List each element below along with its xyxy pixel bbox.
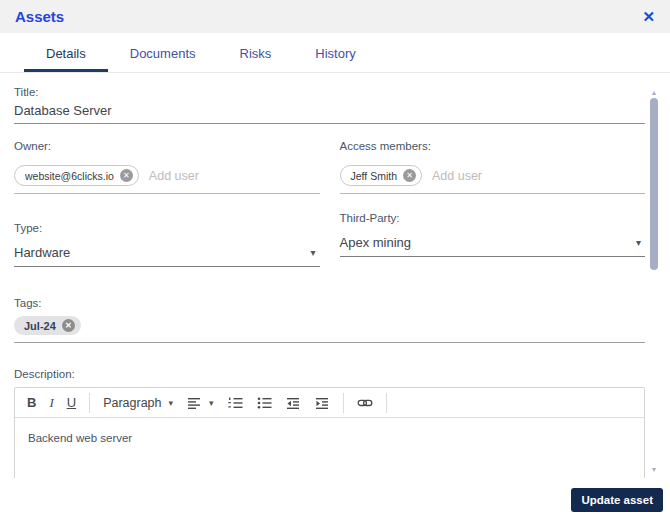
- scroll-down-icon[interactable]: ▼: [650, 466, 658, 473]
- tab-risks[interactable]: Risks: [218, 33, 294, 72]
- chevron-down-icon: ▾: [209, 398, 214, 408]
- toolbar-separator: [89, 393, 90, 413]
- vertical-scrollbar[interactable]: ▲ ▼: [650, 73, 658, 479]
- description-textarea[interactable]: Backend web server: [15, 418, 644, 458]
- underline-button[interactable]: U: [67, 396, 76, 409]
- description-group: Description: B I U Paragraph ▾: [14, 368, 645, 479]
- type-group: Type: Hardware ▾: [14, 222, 320, 267]
- title-field[interactable]: Title: Database Server: [14, 86, 645, 124]
- tags-group: Tags: Jul-24 ✕: [14, 297, 645, 343]
- owner-add-user-placeholder[interactable]: Add user: [149, 169, 199, 183]
- ordered-list-icon[interactable]: [227, 395, 243, 411]
- access-members-input[interactable]: Jeff Smith ✕ Add user: [340, 165, 646, 194]
- chevron-down-icon[interactable]: ▾: [310, 247, 315, 258]
- access-member-chip-remove-icon[interactable]: ✕: [403, 169, 416, 182]
- chevron-down-icon[interactable]: ▾: [636, 237, 641, 248]
- toolbar-separator: [343, 393, 344, 413]
- owner-label: Owner:: [14, 140, 320, 152]
- paragraph-format-label: Paragraph: [103, 396, 161, 410]
- editor-toolbar: B I U Paragraph ▾: [15, 388, 644, 418]
- tag-chip-remove-icon[interactable]: ✕: [62, 319, 75, 332]
- owner-chip[interactable]: website@6clicks.io ✕: [14, 165, 139, 186]
- access-member-chip[interactable]: Jeff Smith ✕: [340, 165, 423, 186]
- tag-chip-label: Jul-24: [24, 320, 56, 332]
- align-left-icon: [186, 395, 202, 411]
- modal-footer: Update asset: [0, 478, 670, 531]
- access-members-label: Access members:: [340, 140, 646, 152]
- tags-label: Tags:: [14, 297, 645, 309]
- access-members-add-user-placeholder[interactable]: Add user: [432, 169, 482, 183]
- indent-icon[interactable]: [314, 395, 330, 411]
- update-asset-button[interactable]: Update asset: [571, 488, 663, 512]
- form-scroll-area: Title: Database Server Owner: website@6c…: [0, 73, 670, 479]
- third-party-label: Third-Party:: [340, 212, 646, 224]
- type-selected-value: Hardware: [14, 245, 70, 260]
- toolbar-separator: [386, 393, 387, 413]
- tags-input[interactable]: Jul-24 ✕: [14, 316, 645, 343]
- owner-chip-label: website@6clicks.io: [25, 170, 114, 182]
- scrollbar-thumb[interactable]: [650, 98, 658, 270]
- third-party-selected-value: Apex mining: [340, 235, 412, 250]
- third-party-group: Third-Party: Apex mining ▾: [340, 212, 646, 257]
- type-label: Type:: [14, 222, 320, 234]
- owner-group: Owner: website@6clicks.io ✕ Add user: [14, 140, 320, 194]
- paragraph-format-dropdown[interactable]: Paragraph ▾: [103, 396, 173, 410]
- owner-chip-remove-icon[interactable]: ✕: [120, 169, 133, 182]
- page-title: Assets: [15, 8, 64, 25]
- title-label: Title:: [14, 86, 645, 98]
- chevron-down-icon: ▾: [169, 398, 174, 408]
- third-party-select[interactable]: Apex mining ▾: [340, 226, 646, 257]
- owner-input[interactable]: website@6clicks.io ✕ Add user: [14, 165, 320, 194]
- access-members-group: Access members: Jeff Smith ✕ Add user: [340, 140, 646, 194]
- access-member-chip-label: Jeff Smith: [351, 170, 398, 182]
- outdent-icon[interactable]: [285, 395, 301, 411]
- close-icon[interactable]: ✕: [642, 9, 655, 24]
- scroll-up-icon[interactable]: ▲: [650, 89, 658, 96]
- link-icon[interactable]: [357, 395, 373, 411]
- bold-button[interactable]: B: [27, 396, 36, 409]
- italic-button[interactable]: I: [49, 396, 53, 409]
- align-dropdown[interactable]: ▾: [186, 395, 214, 411]
- tab-documents[interactable]: Documents: [108, 33, 218, 72]
- tag-chip[interactable]: Jul-24 ✕: [14, 316, 81, 335]
- modal-header: Assets ✕: [0, 0, 670, 33]
- type-select[interactable]: Hardware ▾: [14, 236, 320, 267]
- tab-bar: Details Documents Risks History: [0, 33, 670, 73]
- tab-history[interactable]: History: [293, 33, 377, 72]
- rich-text-editor: B I U Paragraph ▾: [14, 387, 645, 479]
- tab-details[interactable]: Details: [24, 33, 108, 72]
- description-label: Description:: [14, 368, 645, 380]
- title-input[interactable]: Database Server: [14, 103, 645, 118]
- bullet-list-icon[interactable]: [256, 395, 272, 411]
